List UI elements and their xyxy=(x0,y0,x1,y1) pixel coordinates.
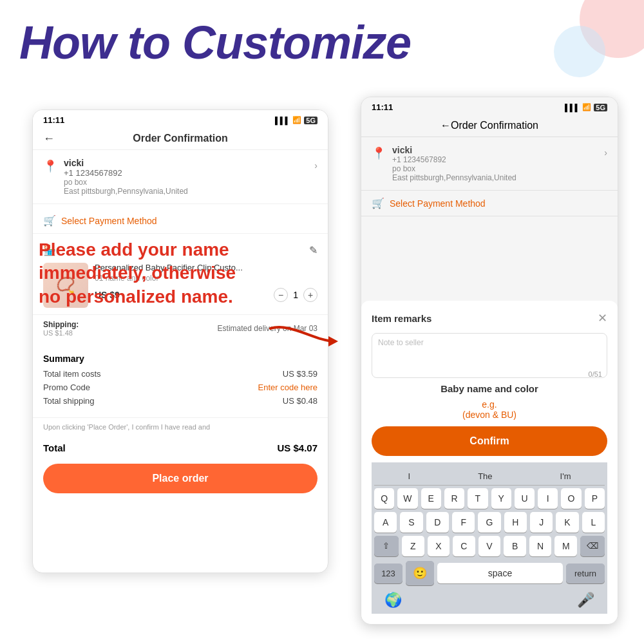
place-order-button[interactable]: Place order xyxy=(43,464,317,493)
address-arrow-left: › xyxy=(314,160,317,171)
status-bar-left: 11:11 ▌▌▌ 📶 5G xyxy=(33,110,328,128)
keyboard-row-1: Q W E R T Y U I O P xyxy=(374,488,605,509)
key-r[interactable]: R xyxy=(444,488,464,509)
note-hint-sub: e.g.(devon & BU) xyxy=(372,399,607,420)
key-j[interactable]: J xyxy=(530,512,553,533)
back-arrow-right[interactable]: ← xyxy=(440,120,451,131)
address-phone-left: +1 1234567892 xyxy=(64,168,308,178)
address-info-left: vicki +1 1234567892 po box East pittsbur… xyxy=(64,158,308,196)
address-name-left: vicki xyxy=(64,158,308,168)
keyboard-row-3: ⇧ Z X C V B N M ⌫ xyxy=(374,536,605,556)
key-d[interactable]: D xyxy=(426,512,449,533)
address-name-right: vicki xyxy=(392,145,598,155)
shift-key[interactable]: ⇧ xyxy=(374,536,399,556)
delete-key[interactable]: ⌫ xyxy=(580,536,605,556)
total-row: Total US $4.07 xyxy=(33,436,328,460)
shipping-label: Shipping: US $1.48 xyxy=(43,320,79,337)
key-b[interactable]: B xyxy=(504,536,526,556)
payment-section-left[interactable]: 🛒 Select Payment Method xyxy=(33,208,328,234)
suggestion-im[interactable]: I'm xyxy=(560,471,571,481)
keyboard-suggestions: I The I'm xyxy=(374,468,605,486)
key-k[interactable]: K xyxy=(556,512,578,533)
location-icon-left: 📍 xyxy=(43,159,57,173)
address-section-right[interactable]: 📍 vicki +1 1234567892 po box East pittsb… xyxy=(361,137,618,191)
right-header-title: Order Confirmation xyxy=(451,120,538,131)
key-t[interactable]: T xyxy=(468,488,488,509)
item-remarks-modal: Item remarks ✕ Note to seller 0/51 Baby … xyxy=(361,301,618,624)
modal-title: Item remarks xyxy=(372,313,431,324)
key-u[interactable]: U xyxy=(515,488,535,509)
svg-marker-0 xyxy=(328,336,338,346)
address-phone-right: +1 1234567892 xyxy=(392,155,598,164)
right-phone-header: ← Order Confirmation xyxy=(361,115,618,137)
emoji-key[interactable]: 🙂 xyxy=(406,561,434,585)
summary-row-shipping: Total shipping US $0.48 xyxy=(43,396,317,406)
confirm-button[interactable]: Confirm xyxy=(372,426,607,456)
address-info-right: vicki +1 1234567892 po box East pittsbur… xyxy=(392,145,598,182)
location-icon-right: 📍 xyxy=(372,146,386,160)
modal-close-button[interactable]: ✕ xyxy=(598,311,607,325)
key-l[interactable]: L xyxy=(582,512,605,533)
promo-link[interactable]: Enter code here xyxy=(258,383,317,392)
key-y[interactable]: Y xyxy=(491,488,511,509)
key-e[interactable]: E xyxy=(421,488,441,509)
address-city-right: East pittsburgh,Pennsylvania,United xyxy=(392,173,598,182)
key-a[interactable]: A xyxy=(374,512,397,533)
order-footer: Upon clicking 'Place Order', I confirm I… xyxy=(33,417,328,436)
address-arrow-right: › xyxy=(604,147,607,158)
left-header-title: Order Confirmation xyxy=(133,133,228,144)
total-label: Total xyxy=(43,442,66,453)
suggestion-the[interactable]: The xyxy=(478,471,492,481)
signal-icon-left: ▌▌▌ xyxy=(275,117,290,124)
key-g[interactable]: G xyxy=(478,512,500,533)
key-w[interactable]: W xyxy=(397,488,417,509)
key-o[interactable]: O xyxy=(561,488,581,509)
battery-icon-left: 5G xyxy=(304,117,317,124)
key-q[interactable]: Q xyxy=(374,488,394,509)
space-key[interactable]: space xyxy=(437,563,563,583)
key-f[interactable]: F xyxy=(452,512,475,533)
note-textarea[interactable] xyxy=(372,333,607,378)
suggestion-i[interactable]: I xyxy=(408,471,411,481)
summary-row-promo[interactable]: Promo Code Enter code here xyxy=(43,383,317,392)
payment-text-left: Select Payment Method xyxy=(61,216,157,226)
status-time-right: 11:11 xyxy=(372,102,393,112)
payment-text-right: Select Payment Method xyxy=(390,198,486,209)
key-m[interactable]: M xyxy=(554,536,577,556)
mic-icon[interactable]: 🎤 xyxy=(577,592,594,609)
key-c[interactable]: C xyxy=(453,536,475,556)
status-time-left: 11:11 xyxy=(43,115,64,125)
payment-section-right[interactable]: 🛒 Select Payment Method xyxy=(361,191,618,216)
key-n[interactable]: N xyxy=(529,536,552,556)
note-hint-main: Baby name and color xyxy=(372,381,607,399)
total-value: US $4.07 xyxy=(277,442,317,453)
shipping-cost: US $1.48 xyxy=(43,329,79,337)
key-h[interactable]: H xyxy=(504,512,527,533)
address-city-left: East pittsburgh,Pennsylvania,United xyxy=(64,187,308,196)
key-v[interactable]: V xyxy=(478,536,501,556)
key-p[interactable]: P xyxy=(585,488,605,509)
battery-icon-right: 5G xyxy=(594,104,607,111)
keyboard-row-bottom: 123 🙂 space return xyxy=(374,560,605,587)
num-key[interactable]: 123 xyxy=(374,564,402,583)
key-x[interactable]: X xyxy=(428,536,450,556)
char-count: 0/51 xyxy=(589,370,602,378)
left-phone-header: ← Order Confirmation xyxy=(33,128,328,150)
note-container: Note to seller 0/51 xyxy=(372,333,607,381)
back-arrow-left[interactable]: ← xyxy=(43,132,55,146)
return-key[interactable]: return xyxy=(566,564,605,583)
address-section-left[interactable]: 📍 vicki +1 1234567892 po box East pittsb… xyxy=(33,150,328,204)
keyboard: I The I'm Q W E R T Y U I O P A S D xyxy=(372,462,607,614)
key-z[interactable]: Z xyxy=(402,536,424,556)
globe-icon[interactable]: 🌍 xyxy=(384,592,402,609)
page-title: How to Customize xyxy=(19,19,411,66)
summary-row-items: Total item costs US $3.59 xyxy=(43,369,317,379)
address-pobox-left: po box xyxy=(64,178,308,187)
signal-icon-right: ▌▌▌ xyxy=(565,104,580,111)
key-s[interactable]: S xyxy=(400,512,422,533)
payment-icon-right: 🛒 xyxy=(372,197,384,209)
status-bar-right: 11:11 ▌▌▌ 📶 5G xyxy=(361,97,618,115)
wifi-icon-left: 📶 xyxy=(292,116,301,124)
key-i[interactable]: I xyxy=(538,488,558,509)
address-pobox-right: po box xyxy=(392,164,598,173)
